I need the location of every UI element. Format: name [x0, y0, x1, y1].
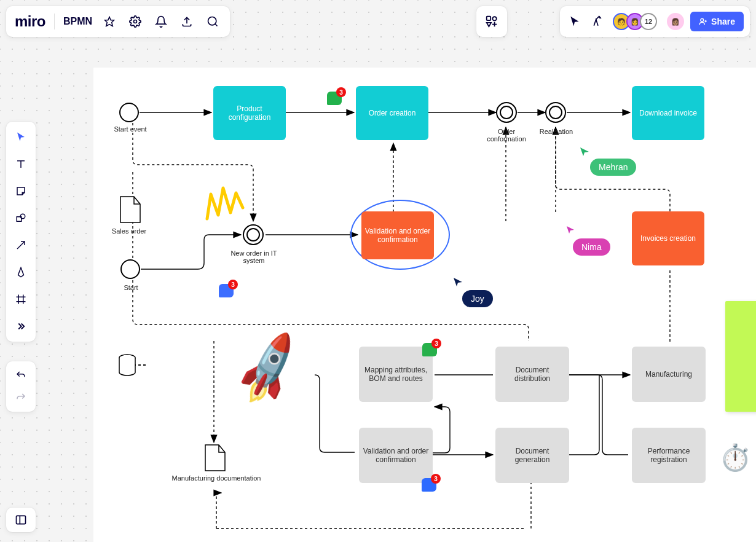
notification-icon[interactable] — [152, 13, 170, 30]
bpmn-intermediate-event[interactable] — [243, 224, 264, 245]
start-label: Start — [116, 284, 146, 291]
datastore-icon[interactable] — [118, 354, 136, 376]
sales-order-label: Sales order — [104, 227, 154, 235]
canvas[interactable]: Start event Product configuration 3 Orde… — [93, 68, 756, 542]
select-tool[interactable] — [10, 128, 32, 146]
avatar-self[interactable]: 👩🏽 — [667, 13, 684, 30]
node-performance-reg[interactable]: Performance registration — [632, 428, 706, 483]
share-label: Share — [711, 17, 735, 26]
svg-point-3 — [208, 17, 216, 25]
order-conformation-label: Order conformation — [481, 128, 532, 143]
presence-bar: 🧑 👩 12 👩🏽 Share — [560, 6, 750, 37]
document-icon[interactable] — [119, 195, 141, 224]
svg-line-16 — [17, 242, 25, 249]
avatar-overflow[interactable]: 12 — [640, 13, 657, 30]
document-icon[interactable] — [204, 444, 226, 472]
svg-marker-0 — [105, 17, 114, 26]
scribble-annotation[interactable] — [202, 182, 245, 225]
node-download-invoice[interactable]: Download invoice — [632, 86, 704, 140]
node-mapping[interactable]: Mapping attributes, BOM and routes — [359, 347, 433, 402]
cursor-icon — [579, 146, 590, 157]
frame-tool[interactable] — [10, 290, 32, 308]
svg-point-9 — [701, 18, 704, 22]
cursor-mehran: Mehran — [590, 159, 636, 176]
settings-icon[interactable] — [127, 13, 144, 30]
more-tools[interactable] — [10, 317, 32, 336]
svg-point-1 — [134, 20, 137, 23]
manufacturing-doc-label: Manufacturing documentation — [167, 474, 266, 482]
sticky-note[interactable] — [725, 301, 756, 412]
comment-badge: 3 — [431, 474, 441, 484]
comment-icon[interactable]: 3 — [327, 92, 342, 105]
svg-rect-21 — [17, 516, 26, 524]
comment-icon[interactable]: 3 — [219, 284, 234, 297]
reactions-icon[interactable] — [589, 13, 607, 30]
cursor-tool-icon[interactable] — [566, 13, 583, 30]
start-event-label: Start event — [107, 125, 154, 133]
new-order-label: New order in IT system — [224, 249, 284, 264]
svg-point-6 — [492, 17, 496, 20]
undo-redo — [6, 361, 36, 412]
shape-tool[interactable] — [10, 209, 32, 227]
redo-button[interactable] — [10, 388, 32, 407]
add-apps-button[interactable] — [476, 6, 507, 37]
cursor-icon — [452, 277, 463, 288]
toolbar — [6, 122, 36, 342]
undo-button[interactable] — [10, 366, 32, 385]
svg-rect-5 — [487, 17, 490, 20]
comment-badge: 3 — [431, 339, 441, 348]
node-invoices-creation[interactable]: Invoices creation — [632, 211, 704, 265]
node-order-creation[interactable]: Order creation — [356, 86, 428, 140]
avatar-stack[interactable]: 🧑 👩 12 — [613, 13, 657, 30]
cursor-joy: Joy — [462, 290, 493, 307]
star-icon[interactable] — [101, 13, 118, 30]
comment-badge: 3 — [336, 87, 346, 97]
bpmn-intermediate-event[interactable] — [545, 102, 566, 123]
panel-toggle-button[interactable] — [6, 508, 36, 532]
cursor-icon — [565, 225, 575, 235]
node-product-configuration[interactable]: Product configuration — [213, 86, 286, 140]
bpmn-start-event[interactable] — [119, 103, 139, 122]
comment-icon[interactable]: 3 — [422, 478, 436, 492]
rocket-emoji[interactable]: 🚀 — [227, 328, 310, 409]
share-button[interactable]: Share — [690, 12, 744, 31]
pen-tool[interactable] — [10, 263, 32, 281]
header-bar: miro BPMN — [6, 6, 230, 37]
divider — [54, 14, 55, 29]
node-validation-grey[interactable]: Validation and order confirmation — [359, 428, 433, 483]
search-icon[interactable] — [204, 13, 221, 30]
sticky-tool[interactable] — [10, 182, 32, 200]
node-manufacturing[interactable]: Manufacturing — [632, 347, 706, 402]
board-title[interactable]: BPMN — [63, 16, 92, 27]
arrow-tool[interactable] — [10, 236, 32, 254]
export-icon[interactable] — [178, 13, 195, 30]
stopwatch-emoji[interactable]: ⏱️ — [719, 442, 751, 473]
realisation-label: Realisation — [535, 128, 578, 135]
bpmn-start-event[interactable] — [120, 259, 140, 279]
miro-logo[interactable]: miro — [15, 13, 45, 30]
svg-line-4 — [215, 24, 217, 26]
node-validation-confirmation[interactable]: Validation and order confirmation — [361, 211, 434, 259]
node-doc-distribution[interactable]: Document distribution — [495, 347, 569, 402]
comment-icon[interactable]: 3 — [422, 343, 437, 356]
bpmn-intermediate-event[interactable] — [496, 102, 517, 123]
cursor-nima: Nima — [573, 238, 610, 256]
node-doc-generation[interactable]: Document generation — [495, 428, 569, 483]
comment-badge: 3 — [228, 280, 238, 289]
text-tool[interactable] — [10, 155, 32, 173]
